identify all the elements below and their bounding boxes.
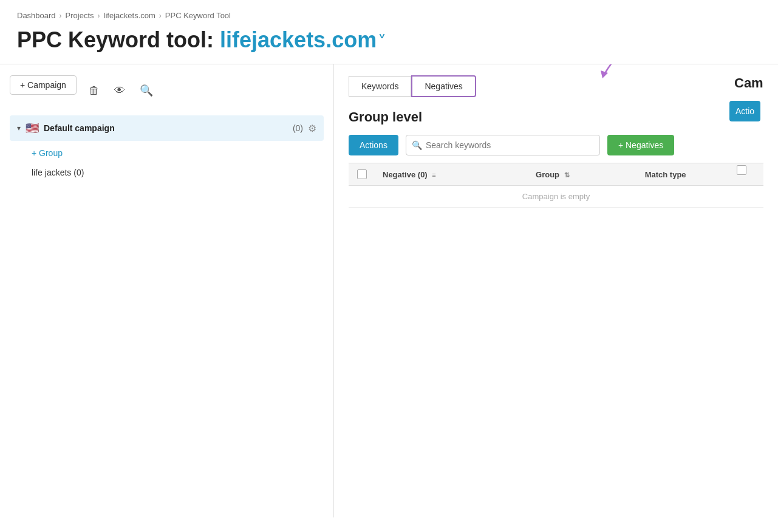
page-title-domain[interactable]: lifejackets.com bbox=[220, 27, 377, 52]
campaign-chevron-icon: ▾ bbox=[17, 124, 21, 132]
breadcrumb-domain[interactable]: lifejackets.com bbox=[104, 11, 155, 20]
search-keywords-wrap: 🔍 bbox=[406, 135, 600, 155]
breadcrumb-sep-3: › bbox=[159, 12, 162, 20]
campaign-col-checkbox[interactable] bbox=[737, 165, 746, 175]
table-header-group[interactable]: Group ⇅ bbox=[528, 163, 638, 186]
search-keywords-icon: 🔍 bbox=[412, 140, 422, 150]
negative-col-label: Negative (0) bbox=[383, 170, 428, 179]
actions-button[interactable]: Actions bbox=[349, 135, 398, 155]
empty-state-row: Campaign is empty bbox=[349, 186, 763, 208]
campaign-gear-icon[interactable]: ⚙ bbox=[308, 123, 316, 134]
svg-marker-0 bbox=[601, 70, 608, 78]
search-keywords-input[interactable] bbox=[406, 135, 600, 155]
group-count: (0) bbox=[73, 168, 84, 177]
group-item[interactable]: life jackets (0) bbox=[10, 163, 324, 182]
negative-sort-icon[interactable]: ≡ bbox=[432, 171, 435, 179]
add-negatives-button[interactable]: + Negatives bbox=[607, 135, 674, 155]
arrow-annotation bbox=[569, 64, 654, 90]
match-type-col-label: Match type bbox=[645, 170, 686, 179]
campaign-level-partial: Cam Actio bbox=[729, 75, 778, 183]
campaign-col-actions-button[interactable]: Actio bbox=[729, 101, 760, 121]
campaign-flag: 🇺🇸 bbox=[26, 121, 39, 135]
table-header-negative[interactable]: Negative (0) ≡ bbox=[375, 163, 528, 186]
group-level-section: Group level Actions 🔍 + Negatives bbox=[349, 109, 763, 208]
right-panel: Keywords Negatives Group level Actions 🔍… bbox=[334, 64, 778, 517]
eye-icon-button[interactable]: 👁 bbox=[112, 82, 128, 100]
group-sort-icon[interactable]: ⇅ bbox=[564, 171, 570, 179]
eye-icon: 👁 bbox=[114, 84, 125, 97]
sidebar: + Campaign 🗑 👁 🔍 ▾ 🇺🇸 Default campaign (… bbox=[0, 64, 334, 517]
group-col-label: Group bbox=[536, 170, 559, 179]
breadcrumb-projects[interactable]: Projects bbox=[66, 11, 94, 20]
campaign-item[interactable]: ▾ 🇺🇸 Default campaign (0) ⚙ bbox=[10, 115, 324, 141]
keywords-table: Negative (0) ≡ Group ⇅ Match type bbox=[349, 163, 763, 208]
page-title-chevron-icon[interactable]: ˅ bbox=[378, 32, 386, 51]
breadcrumb: Dashboard › Projects › lifejackets.com ›… bbox=[0, 0, 778, 25]
action-bar: Actions 🔍 + Negatives bbox=[349, 135, 763, 155]
page-title-prefix: PPC Keyword tool: bbox=[17, 27, 220, 52]
breadcrumb-current: PPC Keyword Tool bbox=[165, 11, 231, 20]
delete-icon-button[interactable]: 🗑 bbox=[86, 82, 102, 100]
tab-negatives[interactable]: Negatives bbox=[411, 75, 476, 97]
page-title: PPC Keyword tool: lifejackets.com˅ bbox=[0, 25, 778, 64]
main-layout: + Campaign 🗑 👁 🔍 ▾ 🇺🇸 Default campaign (… bbox=[0, 64, 778, 517]
add-group-link[interactable]: + Group bbox=[10, 143, 324, 163]
breadcrumb-sep-2: › bbox=[98, 12, 100, 20]
select-all-checkbox[interactable] bbox=[357, 169, 367, 179]
sidebar-toolbar: + Campaign 🗑 👁 🔍 bbox=[10, 75, 324, 106]
campaign-col-label: Cam bbox=[729, 75, 778, 91]
table-header-checkbox bbox=[349, 163, 375, 186]
search-icon-button[interactable]: 🔍 bbox=[137, 81, 155, 100]
group-level-title: Group level bbox=[349, 109, 763, 125]
tabs-row: Keywords Negatives bbox=[349, 75, 763, 97]
breadcrumb-dashboard[interactable]: Dashboard bbox=[17, 11, 56, 20]
add-campaign-button[interactable]: + Campaign bbox=[10, 75, 77, 95]
campaign-name: Default campaign bbox=[44, 123, 288, 133]
campaign-count: (0) bbox=[293, 123, 303, 133]
group-name: life jackets bbox=[32, 168, 73, 177]
tab-keywords[interactable]: Keywords bbox=[349, 76, 411, 97]
search-icon: 🔍 bbox=[140, 84, 153, 97]
breadcrumb-sep-1: › bbox=[60, 12, 62, 20]
trash-icon: 🗑 bbox=[89, 84, 100, 97]
